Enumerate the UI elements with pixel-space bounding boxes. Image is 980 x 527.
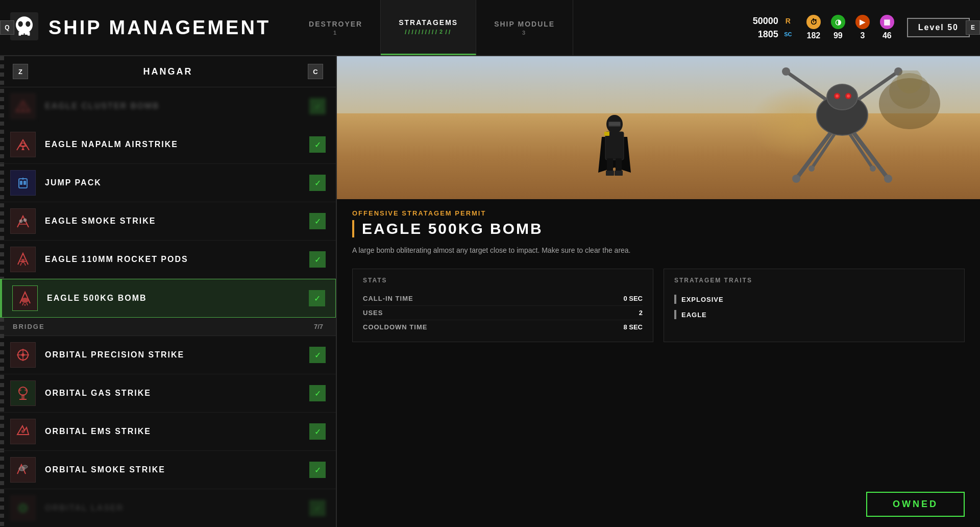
svg-point-15 xyxy=(19,220,22,223)
svg-point-25 xyxy=(18,389,21,391)
explosion-svg xyxy=(871,70,948,137)
list-item[interactable]: ORBITAL LASER ✓ xyxy=(0,489,336,527)
item-description: A large bomb obliterating almost any tar… xyxy=(352,245,965,256)
list-item[interactable]: EAGLE SMOKE STRIKE ✓ xyxy=(0,202,336,241)
credits-value: 99 xyxy=(834,31,843,40)
bridge-section-title: BRIDGE xyxy=(13,323,45,330)
trait-item: EAGLE xyxy=(674,307,954,322)
traits-box: STRATAGEM TRAITS EXPLOSIVE EAGLE xyxy=(664,269,965,342)
list-item[interactable]: EAGLE 110MM ROCKET PODS ✓ xyxy=(0,241,336,279)
item-details: OFFENSIVE STRATAGEM PERMIT EAGLE 500KG B… xyxy=(337,199,980,487)
stratagem-name: ORBITAL GAS STRIKE xyxy=(45,389,151,398)
stratagem-name: ORBITAL LASER xyxy=(45,504,124,513)
stratagem-icon xyxy=(10,208,36,234)
stat-label: USES xyxy=(363,309,383,317)
skull-logo xyxy=(10,12,41,43)
orange-samples-icon: ▶ xyxy=(855,15,870,29)
trait-bullet xyxy=(674,295,676,304)
svg-point-47 xyxy=(870,165,876,172)
svg-rect-57 xyxy=(606,171,614,176)
stratagem-icon xyxy=(10,93,36,119)
right-panel: OFFENSIVE STRATAGEM PERMIT EAGLE 500KG B… xyxy=(337,56,980,527)
stat-value: 0 SEC xyxy=(623,295,643,302)
sc-icon: SC xyxy=(782,29,794,40)
list-item[interactable]: ORBITAL SMOKE STRIKE ✓ xyxy=(0,451,336,489)
stratagem-icon xyxy=(10,495,36,521)
svg-point-39 xyxy=(827,84,857,110)
req-icon: R xyxy=(782,15,794,27)
stratagem-icon xyxy=(10,342,36,368)
stratagem-icon xyxy=(10,419,36,444)
svg-rect-6 xyxy=(19,32,21,36)
stat-label: CALL-IN TIME xyxy=(363,295,413,302)
level-badge: Level 50 xyxy=(907,18,970,37)
list-item[interactable]: EAGLE CLUSTER BOMB ✓ xyxy=(0,87,336,126)
nav-tabs: DESTROYER 1 STRATAGEMS ////////// 2 // S… xyxy=(291,0,573,55)
medals-icon: ⏱ xyxy=(806,15,821,29)
list-item[interactable]: JUMP PACK ✓ xyxy=(0,164,336,202)
item-title: EAGLE 500KG BOMB xyxy=(352,220,965,237)
header: SHIP MANAGEMENT Q DESTROYER 1 STRATAGEMS… xyxy=(0,0,980,56)
svg-rect-12 xyxy=(20,181,22,185)
svg-rect-51 xyxy=(604,132,609,136)
e-key[interactable]: E xyxy=(966,20,980,35)
main-content: Z HANGAR C EAGLE CLUSTER BOMB ✓ xyxy=(0,56,980,527)
stratagem-name: ORBITAL SMOKE STRIKE xyxy=(45,465,165,474)
item-image xyxy=(337,56,980,199)
trait-item: EXPLOSIVE xyxy=(674,292,954,307)
list-item[interactable]: ORBITAL GAS STRIKE ✓ xyxy=(0,374,336,413)
stats-traits-row: STATS CALL-IN TIME 0 SEC USES 2 COOLDOWN… xyxy=(352,269,965,342)
svg-point-48 xyxy=(782,67,790,76)
list-item[interactable]: EAGLE 500KG BOMB ✓ xyxy=(0,279,336,318)
owned-button[interactable]: OWNED xyxy=(866,492,965,517)
credits-icon: ◑ xyxy=(831,15,845,29)
q-key[interactable]: Q xyxy=(0,20,14,35)
stats-title: STATS xyxy=(363,277,643,284)
owned-checkmark: ✓ xyxy=(309,175,326,191)
app-title: SHIP MANAGEMENT xyxy=(48,17,271,39)
owned-checkmark: ✓ xyxy=(309,136,326,153)
tab-stratagems[interactable]: STRATAGEMS ////////// 2 // xyxy=(381,0,476,55)
tab-ship-module[interactable]: SHIP MODULE 3 xyxy=(476,0,573,55)
svg-rect-5 xyxy=(24,30,28,35)
stratagem-name: EAGLE CLUSTER BOMB xyxy=(45,102,159,111)
list-item[interactable]: EAGLE NAPALM AIRSTRIKE ✓ xyxy=(0,126,336,164)
list-item[interactable]: ORBITAL PRECISION STRIKE ✓ xyxy=(0,336,336,374)
trait-name: EXPLOSIVE xyxy=(681,296,724,303)
list-item[interactable]: ORBITAL EMS STRIKE ✓ xyxy=(0,413,336,451)
traits-title: STRATAGEM TRAITS xyxy=(674,277,954,284)
stat-row: COOLDOWN TIME 8 SEC xyxy=(363,320,643,334)
left-panel: Z HANGAR C EAGLE CLUSTER BOMB ✓ xyxy=(0,56,337,527)
owned-checkmark: ✓ xyxy=(309,347,326,363)
stratagem-icon xyxy=(10,132,36,157)
svg-point-23 xyxy=(21,353,24,356)
svg-point-26 xyxy=(24,389,28,391)
svg-rect-50 xyxy=(605,132,624,160)
svg-point-30 xyxy=(22,465,28,468)
stratagem-name: EAGLE 500KG BOMB xyxy=(47,294,147,303)
svg-rect-58 xyxy=(615,171,623,176)
stratagem-icon xyxy=(10,170,36,196)
svg-rect-7 xyxy=(28,32,30,36)
owned-checkmark: ✓ xyxy=(309,423,326,440)
stats-box: STATS CALL-IN TIME 0 SEC USES 2 COOLDOWN… xyxy=(352,269,653,342)
tab-destroyer[interactable]: DESTROYER 1 xyxy=(291,0,381,55)
svg-point-3 xyxy=(26,21,30,27)
panel-header: Z HANGAR C xyxy=(0,56,336,87)
owned-checkmark: ✓ xyxy=(309,98,326,114)
owned-checkmark: ✓ xyxy=(309,290,325,306)
trait-name: EAGLE xyxy=(681,311,707,319)
svg-rect-27 xyxy=(21,394,24,399)
svg-point-28 xyxy=(21,430,24,433)
owned-checkmark: ✓ xyxy=(309,251,326,268)
pink-samples-resource: ▦ 46 xyxy=(880,15,894,40)
stratagem-name: JUMP PACK xyxy=(45,178,102,187)
header-resources: 50000 R 1805 SC ⏱ 182 ◑ 99 ▶ 3 ▦ xyxy=(753,15,970,40)
c-key[interactable]: C xyxy=(308,64,323,79)
stratagem-name: ORBITAL EMS STRIKE xyxy=(45,427,151,436)
svg-point-19 xyxy=(21,298,29,303)
z-key[interactable]: Z xyxy=(13,64,28,79)
desert-scene xyxy=(337,56,980,199)
panel-title: HANGAR xyxy=(143,66,193,77)
stratagem-name: EAGLE 110MM ROCKET PODS xyxy=(45,255,188,264)
